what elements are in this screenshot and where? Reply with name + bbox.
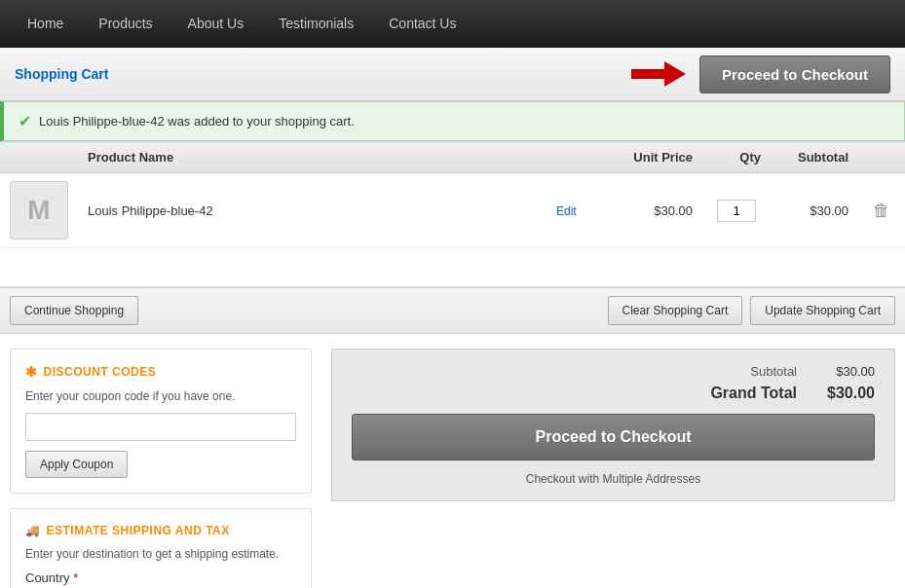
svg-rect-2	[631, 70, 666, 78]
col-edit	[547, 142, 605, 173]
nav-home[interactable]: Home	[10, 0, 81, 48]
discount-box: ✱ DISCOUNT CODES Enter your coupon code …	[10, 349, 312, 494]
spacer-row	[0, 248, 905, 287]
cart-actions-right: Clear Shopping Cart Update Shopping Cart	[608, 296, 895, 325]
cart-table: Product Name Unit Price Qty Subtotal M L…	[0, 141, 905, 287]
cart-header: Shopping Cart Proceed to Checkout	[0, 48, 905, 101]
coupon-input[interactable]	[25, 413, 296, 441]
totals-col: Subtotal $30.00 Grand Total $30.00 Proce…	[331, 349, 895, 588]
delete-cell: 🗑	[858, 173, 905, 248]
header-right: Proceed to Checkout	[629, 55, 890, 93]
table-row: M Louis Philippe-blue-42 Edit $30.00 $30…	[0, 173, 905, 248]
navigation: Home Products About Us Testimonials Cont…	[0, 0, 905, 48]
magento-logo-icon: M	[27, 195, 50, 226]
cart-title: Shopping Cart	[15, 66, 108, 82]
country-field-row: Country *	[25, 570, 296, 585]
col-delete	[858, 142, 905, 173]
table-header-row: Product Name Unit Price Qty Subtotal	[0, 142, 905, 173]
grand-total-amount: $30.00	[816, 385, 875, 402]
success-message: ✔ Louis Philippe-blue-42 was added to yo…	[0, 101, 905, 141]
subtotal-amount: $30.00	[816, 364, 875, 379]
product-name: Louis Philippe-blue-42	[88, 203, 213, 218]
discount-title: ✱ DISCOUNT CODES	[25, 364, 296, 380]
check-icon: ✔	[19, 112, 31, 130]
shipping-title: 🚚 ESTIMATE SHIPPING AND TAX	[25, 524, 296, 537]
nav-contact[interactable]: Contact Us	[371, 0, 473, 48]
totals-box: Subtotal $30.00 Grand Total $30.00 Proce…	[331, 349, 895, 501]
bottom-section: ✱ DISCOUNT CODES Enter your coupon code …	[0, 334, 905, 588]
product-image-placeholder: M	[10, 181, 68, 239]
required-star: *	[73, 570, 78, 585]
qty-input[interactable]	[717, 200, 756, 222]
subtotal-label: Subtotal	[750, 364, 797, 379]
cart-actions-bar: Continue Shopping Clear Shopping Cart Up…	[0, 287, 905, 334]
col-product-name: Product Name	[78, 142, 547, 173]
discount-subtitle: Enter your coupon code if you have one.	[25, 389, 296, 403]
svg-marker-1	[664, 61, 686, 87]
success-text: Louis Philippe-blue-42 was added to your…	[39, 114, 355, 129]
product-image-cell: M	[0, 173, 78, 248]
nav-products[interactable]: Products	[81, 0, 170, 48]
continue-shopping-button[interactable]: Continue Shopping	[10, 296, 138, 325]
apply-coupon-button[interactable]: Apply Coupon	[25, 451, 128, 478]
subtotal-cell: $30.00	[771, 173, 858, 248]
product-name-cell: Louis Philippe-blue-42	[78, 173, 547, 248]
subtotal-row: Subtotal $30.00	[352, 364, 875, 379]
truck-icon: 🚚	[25, 524, 41, 537]
nav-testimonials[interactable]: Testimonials	[261, 0, 371, 48]
nav-about[interactable]: About Us	[170, 0, 262, 48]
product-edit-cell: Edit	[547, 173, 605, 248]
col-unit-price: Unit Price	[605, 142, 702, 173]
proceed-to-checkout-top-button[interactable]: Proceed to Checkout	[699, 55, 890, 93]
col-image	[0, 142, 78, 173]
arrow-icon	[629, 57, 688, 91]
shipping-title-text: ESTIMATE SHIPPING AND TAX	[47, 524, 230, 537]
grand-total-label: Grand Total	[710, 385, 797, 402]
discount-title-text: DISCOUNT CODES	[44, 365, 157, 379]
shipping-subtitle: Enter your destination to get a shipping…	[25, 547, 296, 561]
col-subtotal: Subtotal	[771, 142, 858, 173]
multiple-addresses-link[interactable]: Checkout with Multiple Addresses	[352, 472, 875, 486]
edit-product-link[interactable]: Edit	[556, 204, 577, 218]
col-qty: Qty	[702, 142, 771, 173]
discount-star-icon: ✱	[25, 364, 38, 380]
clear-cart-button[interactable]: Clear Shopping Cart	[608, 296, 743, 325]
qty-cell	[702, 173, 771, 248]
delete-item-button[interactable]: 🗑	[868, 199, 895, 223]
page-wrapper: Shopping Cart Proceed to Checkout ✔ Loui…	[0, 48, 905, 588]
discount-shipping-col: ✱ DISCOUNT CODES Enter your coupon code …	[10, 349, 312, 588]
grand-total-row: Grand Total $30.00	[352, 385, 875, 402]
update-cart-button[interactable]: Update Shopping Cart	[750, 296, 895, 325]
spacer-cell	[0, 248, 905, 287]
country-label: Country *	[25, 570, 78, 585]
shipping-box: 🚚 ESTIMATE SHIPPING AND TAX Enter your d…	[10, 508, 312, 588]
unit-price-cell: $30.00	[605, 173, 702, 248]
proceed-to-checkout-bottom-button[interactable]: Proceed to Checkout	[352, 414, 875, 460]
